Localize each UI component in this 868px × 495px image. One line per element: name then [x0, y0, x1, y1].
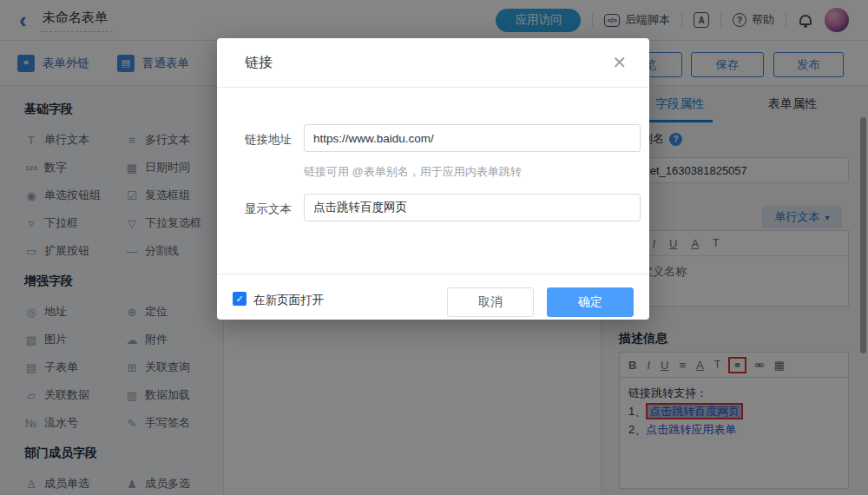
display-text-label: 显示文本 [245, 201, 292, 217]
modal-header: 链接 ✕ [217, 38, 649, 88]
open-new-page-label: 在新页面打开 [253, 293, 324, 308]
confirm-button[interactable]: 确定 [547, 287, 634, 317]
link-modal: 链接 ✕ 链接地址 链接可用 @表单别名，用于应用内表单跳转 显示文本 ✓ 在新… [217, 38, 649, 320]
display-text-input[interactable] [304, 194, 641, 221]
modal-footer-divider [217, 274, 649, 274]
link-hint: 链接可用 @表单别名，用于应用内表单跳转 [304, 164, 522, 180]
cancel-button[interactable]: 取消 [447, 287, 534, 317]
link-url-label: 链接地址 [245, 132, 292, 148]
close-icon[interactable]: ✕ [612, 52, 627, 73]
link-url-input[interactable] [304, 124, 641, 152]
form-builder-app: ‹ 未命名表单 应用访问 </> 后端脚本 A ? 帮助 ⚭ 表单外链 [0, 0, 868, 495]
modal-title: 链接 [245, 54, 273, 72]
open-new-page-checkbox[interactable]: ✓ [233, 292, 247, 306]
